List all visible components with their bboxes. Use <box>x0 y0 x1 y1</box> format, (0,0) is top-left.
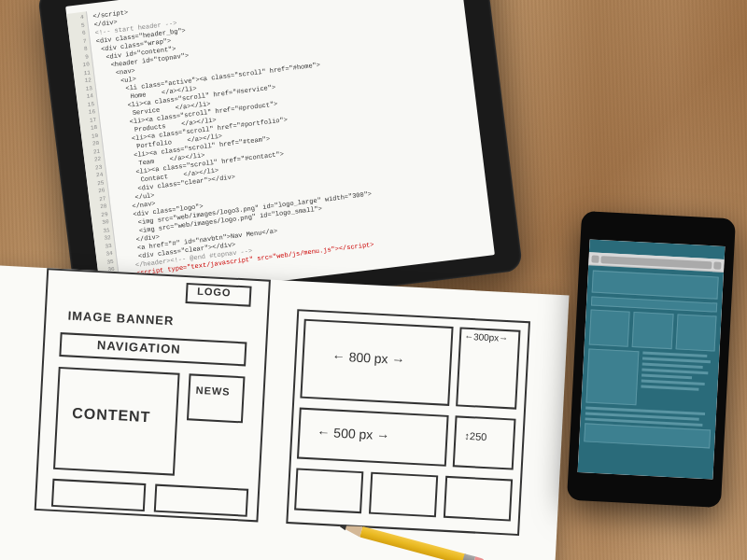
wireframe-block <box>675 314 716 351</box>
wireframe-text-block <box>640 351 714 409</box>
wireframe-row <box>589 310 717 352</box>
phone-wireframe-content <box>578 265 724 479</box>
wireframe-image-block <box>585 348 639 405</box>
nav-icon <box>591 255 599 262</box>
sketch-block-1 <box>51 479 146 511</box>
wireframe-block <box>632 312 673 349</box>
sketch-logo-label: LOGO <box>197 286 232 299</box>
sketch-news-box <box>187 373 246 423</box>
nav-icon <box>713 261 721 269</box>
sketch-bottom-3 <box>444 476 513 522</box>
phone-screen <box>578 239 726 479</box>
wireframe-row <box>585 348 714 409</box>
sketch-bottom-1 <box>294 468 363 513</box>
code-editor-content: </script> </div> <!-- start header --> <… <box>87 0 490 293</box>
sketch-news-label: NEWS <box>195 385 231 398</box>
tablet-screen: 4567891011121314151617181920212223242526… <box>65 0 495 303</box>
wireframe-header-block <box>592 271 719 300</box>
phone-device <box>567 211 736 508</box>
sketch-dim-250: ↕250 <box>464 430 486 442</box>
wireframe-block <box>589 310 630 347</box>
wireframe-sketch-paper: LOGO IMAGE BANNER NAVIGATION CONTENT NEW… <box>0 265 570 560</box>
sketch-bottom-2 <box>369 472 438 518</box>
wireframe-footer-block <box>584 423 711 448</box>
sketch-side-250 <box>453 415 516 469</box>
sketch-block-2 <box>154 484 248 517</box>
